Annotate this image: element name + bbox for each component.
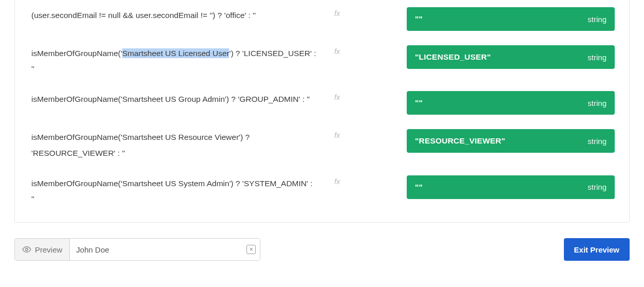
result-cell: "" string	[363, 175, 615, 199]
expr-text: isMemberOfGroupName('Smartsheet US Group…	[31, 95, 310, 103]
result-type: string	[588, 183, 607, 191]
result-type: string	[588, 99, 607, 107]
expression-row: (user.secondEmail != null && user.second…	[15, 0, 629, 38]
result-cell: "" string	[363, 7, 615, 31]
fx-icon: fx	[334, 9, 340, 17]
result-chip: "" string	[407, 175, 615, 199]
result-value: ""	[415, 183, 423, 192]
fx-icon: fx	[334, 47, 340, 56]
close-icon: ×	[250, 246, 253, 253]
fx-cell: fx	[316, 129, 363, 139]
preview-label: Preview	[35, 245, 62, 254]
preview-input-wrap: ×	[70, 239, 260, 260]
result-cell: "" string	[363, 91, 615, 115]
expression-row: isMemberOfGroupName('Smartsheet US Resou…	[15, 122, 629, 168]
result-value: ""	[415, 14, 423, 24]
expression-row: isMemberOfGroupName('Smartsheet US Group…	[15, 84, 629, 122]
result-type: string	[588, 137, 607, 146]
expression-row: isMemberOfGroupName('Smartsheet US Syste…	[15, 168, 629, 214]
expression-cell[interactable]: isMemberOfGroupName('Smartsheet US Licen…	[31, 45, 316, 77]
expr-text: isMemberOfGroupName('Smartsheet US Syste…	[31, 179, 313, 203]
fx-cell: fx	[316, 7, 363, 17]
result-chip: "RESOURCE_VIEWER" string	[407, 129, 615, 153]
expr-text-pre: isMemberOfGroupName('	[31, 49, 122, 58]
fx-icon: fx	[334, 177, 340, 186]
result-chip: "" string	[407, 91, 615, 115]
eye-icon	[22, 245, 31, 254]
expr-text: (user.secondEmail != null && user.second…	[31, 11, 256, 20]
result-chip: "LICENSED_USER" string	[407, 45, 615, 69]
expression-cell[interactable]: isMemberOfGroupName('Smartsheet US Syste…	[31, 175, 316, 207]
expression-cell[interactable]: isMemberOfGroupName('Smartsheet US Group…	[31, 91, 316, 107]
expression-cell[interactable]: isMemberOfGroupName('Smartsheet US Resou…	[31, 129, 316, 160]
fx-cell: fx	[316, 91, 363, 101]
result-value: "LICENSED_USER"	[415, 52, 491, 62]
result-cell: "LICENSED_USER" string	[363, 45, 615, 69]
expr-highlight: Smartsheet US Licensed User	[122, 48, 229, 58]
fx-icon: fx	[334, 131, 340, 139]
expression-row: isMemberOfGroupName('Smartsheet US Licen…	[15, 38, 629, 84]
result-cell: "RESOURCE_VIEWER" string	[363, 129, 615, 153]
result-value: "RESOURCE_VIEWER"	[415, 136, 505, 146]
preview-button[interactable]: Preview	[15, 239, 70, 260]
preview-group: Preview ×	[14, 238, 260, 261]
fx-icon: fx	[334, 93, 340, 101]
preview-input[interactable]	[70, 239, 260, 260]
result-type: string	[588, 15, 607, 24]
exit-preview-button[interactable]: Exit Preview	[564, 238, 630, 261]
expr-text: isMemberOfGroupName('Smartsheet US Resou…	[31, 133, 250, 157]
svg-point-0	[26, 248, 28, 251]
result-chip: "" string	[407, 7, 615, 31]
expression-panel: (user.secondEmail != null && user.second…	[14, 0, 630, 223]
clear-button[interactable]: ×	[247, 245, 256, 254]
bottom-bar: Preview × Exit Preview	[14, 238, 630, 261]
fx-cell: fx	[316, 175, 363, 186]
expression-cell[interactable]: (user.secondEmail != null && user.second…	[31, 7, 316, 23]
result-value: ""	[415, 98, 423, 107]
result-type: string	[588, 53, 607, 62]
fx-cell: fx	[316, 45, 363, 56]
